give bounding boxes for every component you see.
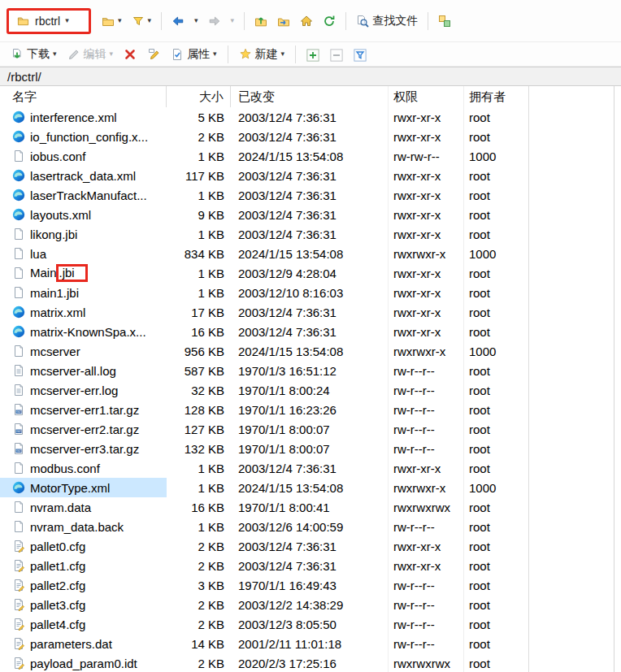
- table-row[interactable]: mcserver-err.log32 KB1970/1/1 8:00:24rw-…: [0, 380, 621, 400]
- file-name-cell[interactable]: lua: [0, 244, 167, 263]
- table-row[interactable]: io_function_config.x...2 KB2003/12/4 7:3…: [0, 127, 621, 146]
- find-files-label: 查找文件: [372, 14, 418, 28]
- table-row[interactable]: lasertrack_data.xml117 KB2003/12/4 7:36:…: [0, 166, 621, 185]
- table-row[interactable]: interference.xml5 KB2003/12/4 7:36:31rwx…: [0, 107, 621, 127]
- table-row[interactable]: GZmcserver-err1.tar.gz128 KB1970/1/1 16:…: [0, 400, 621, 419]
- file-name-cell[interactable]: matrix.xml: [0, 302, 167, 322]
- forward-history-dropdown[interactable]: ▾: [227, 15, 239, 27]
- file-rights: rw-r--r--: [389, 614, 464, 634]
- open-directory-button[interactable]: [273, 12, 294, 30]
- column-header-changed[interactable]: 已改变: [231, 86, 389, 107]
- path-bar[interactable]: /rbctrl/: [0, 67, 621, 86]
- back-button[interactable]: [167, 12, 189, 30]
- table-row[interactable]: pallet2.cfg3 KB1970/1/1 16:49:43rw-r--r-…: [0, 575, 621, 595]
- home-directory-button[interactable]: [296, 12, 317, 30]
- file-name-cell[interactable]: laserTrackManufact...: [0, 185, 167, 205]
- table-row[interactable]: pallet0.cfg2 KB2003/12/4 7:36:31rwxr-xr-…: [0, 536, 621, 556]
- file-name-cell[interactable]: GZmcserver-err2.tar.gz: [0, 419, 167, 439]
- edge-browser-icon: [12, 325, 25, 338]
- config-file-icon: [12, 657, 25, 670]
- file-owner: 1000: [464, 341, 529, 361]
- table-row[interactable]: GZmcserver-err3.tar.gz132 KB1970/1/1 8:0…: [0, 439, 621, 458]
- config-file-icon: [12, 540, 25, 553]
- table-row[interactable]: pallet1.cfg2 KB2003/12/4 7:36:31rwxr-xr-…: [0, 556, 621, 575]
- download-button[interactable]: 下载 ▾: [7, 45, 61, 64]
- file-name-cell[interactable]: iobus.conf: [0, 146, 167, 166]
- chevron-down-icon: ▾: [53, 50, 57, 58]
- file-name-cell[interactable]: mcserver: [0, 341, 167, 361]
- file-name-cell[interactable]: GZmcserver-err3.tar.gz: [0, 439, 167, 458]
- parent-directory-button[interactable]: [250, 12, 271, 30]
- table-row[interactable]: GZmcserver-err2.tar.gz127 KB1970/1/1 8:0…: [0, 419, 621, 439]
- file-name-cell[interactable]: interference.xml: [0, 107, 167, 127]
- back-history-dropdown[interactable]: ▾: [190, 15, 202, 27]
- table-row[interactable]: nvram.data16 KB1970/1/1 8:00:41rwxrwxrwx…: [0, 497, 621, 517]
- properties-button[interactable]: 属性 ▾: [167, 45, 221, 64]
- table-row[interactable]: iobus.conf1 KB2024/1/15 13:54:08rw-rw-r-…: [0, 146, 621, 166]
- file-name-cell[interactable]: Main.jbi: [0, 263, 167, 283]
- rename-button[interactable]: [143, 46, 164, 63]
- find-files-button[interactable]: 查找文件: [352, 11, 422, 31]
- file-name-cell[interactable]: nvram.data: [0, 497, 167, 517]
- file-rights: rwxr-xr-x: [389, 263, 464, 283]
- file-name-cell[interactable]: payload_param0.idt: [0, 653, 167, 672]
- delete-button[interactable]: [119, 46, 141, 63]
- file-name-cell[interactable]: likong.jbi: [0, 224, 167, 244]
- table-row[interactable]: layouts.xml9 KB2003/12/4 7:36:31rwxr-xr-…: [0, 205, 621, 224]
- table-row[interactable]: matrix.xml17 KB2003/12/4 7:36:31rwxr-xr-…: [0, 302, 621, 322]
- filter-toggle-button[interactable]: [350, 46, 371, 63]
- file-name-cell[interactable]: pallet0.cfg: [0, 536, 167, 556]
- file-name-cell[interactable]: nvram_data.back: [0, 517, 167, 536]
- file-name: likong.jbi: [30, 228, 77, 241]
- forward-button[interactable]: [204, 12, 225, 30]
- table-row[interactable]: payload_param0.idt2 KB2020/2/3 17:25:16r…: [0, 653, 621, 672]
- table-row[interactable]: lua834 KB2024/1/15 13:54:08rwxrwxr-x1000: [0, 244, 621, 263]
- plus-button[interactable]: [302, 46, 324, 63]
- column-header-size[interactable]: 大小: [167, 86, 231, 107]
- table-row[interactable]: modbus.conf1 KB2003/12/4 7:36:31rwxr-xr-…: [0, 458, 621, 478]
- file-name-cell[interactable]: MotorType.xml: [0, 478, 167, 497]
- file-changed: 2003/12/4 7:36:31: [231, 127, 389, 146]
- table-row[interactable]: Main.jbi1 KB2003/12/9 4:28:04rwxr-xr-xro…: [0, 263, 621, 283]
- file-name-cell[interactable]: lasertrack_data.xml: [0, 166, 167, 185]
- file-name-cell[interactable]: matrix-KnownSpa.x...: [0, 322, 167, 341]
- file-name-cell[interactable]: pallet1.cfg: [0, 556, 167, 575]
- file-name-cell[interactable]: mcserver-err.log: [0, 380, 167, 400]
- folder-icon: [102, 15, 115, 28]
- file-name-cell[interactable]: layouts.xml: [0, 205, 167, 224]
- table-row[interactable]: main1.jbi1 KB2003/12/10 8:16:03rwxr-xr-x…: [0, 283, 621, 302]
- refresh-button[interactable]: [319, 12, 340, 30]
- column-header-rights[interactable]: 权限: [389, 86, 464, 107]
- scrollbar-track[interactable]: [614, 86, 614, 672]
- table-row[interactable]: mcserver-all.log587 KB1970/1/3 16:51:12r…: [0, 361, 621, 380]
- column-header-owner[interactable]: 拥有者: [464, 86, 529, 107]
- table-row[interactable]: matrix-KnownSpa.x...16 KB2003/12/4 7:36:…: [0, 322, 621, 341]
- new-button[interactable]: 新建 ▾: [235, 45, 289, 64]
- table-row[interactable]: pallet3.cfg2 KB2003/12/2 14:38:29rw-r--r…: [0, 595, 621, 614]
- file-size: 956 KB: [167, 341, 231, 361]
- file-name: lasertrack_data.xml: [30, 169, 136, 183]
- column-header-name[interactable]: 名字: [0, 86, 167, 107]
- minus-button[interactable]: [326, 46, 347, 63]
- file-name-cell[interactable]: pallet4.cfg: [0, 614, 167, 634]
- file-name-cell[interactable]: parameters.dat: [0, 634, 167, 653]
- file-name-cell[interactable]: main1.jbi: [0, 283, 167, 302]
- table-row[interactable]: mcserver956 KB2024/1/15 13:54:08rwxrwxr-…: [0, 341, 621, 361]
- file-name-cell[interactable]: modbus.conf: [0, 458, 167, 478]
- table-row[interactable]: likong.jbi1 KB2003/12/4 7:36:31rwxr-xr-x…: [0, 224, 621, 244]
- file-name-cell[interactable]: mcserver-all.log: [0, 361, 167, 380]
- filter-button[interactable]: ▾: [128, 12, 156, 30]
- table-row[interactable]: parameters.dat14 KB2001/2/11 11:01:18rw-…: [0, 634, 621, 653]
- bookmarks-button[interactable]: ▾: [98, 12, 126, 30]
- file-name-cell[interactable]: io_function_config.x...: [0, 127, 167, 146]
- file-name-cell[interactable]: GZmcserver-err1.tar.gz: [0, 400, 167, 419]
- synchronize-button[interactable]: [434, 12, 455, 30]
- table-row[interactable]: laserTrackManufact...1 KB2003/12/4 7:36:…: [0, 185, 621, 205]
- table-row[interactable]: pallet4.cfg2 KB2003/12/3 8:05:50rw-r--r-…: [0, 614, 621, 634]
- address-dropdown[interactable]: rbctrl ▾: [11, 12, 86, 30]
- file-name-cell[interactable]: pallet3.cfg: [0, 595, 167, 614]
- edit-button[interactable]: 编辑 ▾: [63, 45, 118, 64]
- table-row[interactable]: MotorType.xml1 KB2024/1/15 13:54:08rwxrw…: [0, 478, 621, 497]
- table-row[interactable]: nvram_data.back1 KB2003/12/6 14:00:59rw-…: [0, 517, 621, 536]
- file-name-cell[interactable]: pallet2.cfg: [0, 575, 167, 595]
